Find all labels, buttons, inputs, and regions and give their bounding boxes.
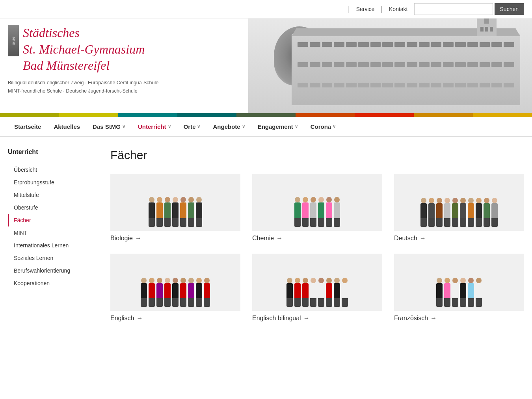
subject-label: Biologie → [110, 235, 240, 242]
color-bar-segment [236, 113, 296, 117]
nav-item-orte[interactable]: Orte ∨ [177, 117, 207, 136]
person-figure [310, 278, 316, 307]
subject-name: Englisch [110, 315, 134, 322]
person-head [326, 197, 332, 202]
person-body [436, 283, 443, 298]
person-head [429, 198, 434, 203]
person-legs [204, 298, 210, 307]
nav-item-das-stmg[interactable]: Das StMG ∨ [86, 117, 132, 136]
person-legs [468, 218, 474, 227]
subject-card-biologie[interactable]: Biologie → [110, 174, 240, 242]
subject-image [394, 254, 524, 311]
person-legs [196, 218, 202, 227]
person-figure [310, 197, 316, 227]
subject-card-chemie[interactable]: Chemie → [252, 174, 382, 242]
search-button[interactable]: Suchen [495, 3, 524, 15]
person-legs [302, 298, 309, 307]
person-body [452, 283, 458, 298]
sidebar-item-mittelstufe[interactable]: Mittelstufe [8, 189, 95, 201]
nav-item-startseite[interactable]: Startseite [8, 117, 47, 136]
subject-image [252, 174, 382, 231]
subject-card-deutsch[interactable]: Deutsch → [394, 174, 524, 242]
person-body [172, 283, 179, 298]
person-head [173, 197, 178, 202]
service-link[interactable]: Service [356, 6, 375, 12]
sidebar-item-fächer[interactable]: Fächer [8, 214, 95, 226]
sidebar-item-übersicht[interactable]: Übersicht [8, 163, 95, 176]
person-legs [444, 298, 450, 307]
person-body [420, 203, 427, 218]
sidebar-item-kooperationen[interactable]: Kooperationen [8, 277, 95, 290]
person-figure [318, 197, 324, 227]
person-legs [326, 298, 332, 307]
kontakt-link[interactable]: Kontakt [389, 6, 407, 12]
nav-item-corona[interactable]: Corona ∨ [304, 117, 342, 136]
person-body [428, 203, 435, 218]
sidebar-item-berufswahlorientierung[interactable]: Berufswahlorientierung [8, 264, 95, 277]
person-body [444, 203, 450, 218]
sidebar-item-oberstufe[interactable]: Oberstufe [8, 201, 95, 214]
subject-image [110, 254, 240, 311]
person-legs [172, 298, 179, 307]
subject-card-englisch-bilingual[interactable]: Englisch bilingual → [252, 254, 382, 322]
person-figure [196, 278, 202, 307]
color-bar-segment [355, 113, 414, 117]
nav-item-angebote[interactable]: Angebote ∨ [206, 117, 251, 136]
person-legs [294, 298, 301, 307]
person-head [180, 197, 186, 202]
person-legs [452, 298, 458, 307]
subject-name: Englisch bilingual [252, 315, 301, 322]
person-legs [318, 218, 324, 227]
subject-image [252, 254, 382, 311]
person-legs [188, 298, 194, 307]
person-legs [334, 298, 340, 307]
subject-card-französisch[interactable]: Französisch → [394, 254, 524, 322]
person-figure [436, 198, 443, 227]
subject-card-englisch[interactable]: Englisch → [110, 254, 240, 322]
subject-name: Französisch [394, 315, 428, 322]
sidebar-item-erprobungsstufe[interactable]: Erprobungsstufe [8, 176, 95, 189]
person-head [157, 197, 162, 202]
person-figure [476, 198, 482, 227]
search-input[interactable] [414, 3, 493, 15]
person-body [286, 283, 293, 298]
person-figure [326, 197, 332, 227]
sidebar-item-mint[interactable]: MINT [8, 226, 95, 239]
person-head [318, 197, 324, 202]
person-body [196, 202, 202, 218]
person-figure [180, 197, 186, 227]
person-body [334, 202, 340, 218]
sidebar-items: ÜbersichtErprobungsstufeMittelstufeObers… [8, 163, 95, 290]
person-figure [164, 197, 171, 227]
person-legs [172, 218, 179, 227]
nav-item-engagement[interactable]: Engagement ∨ [251, 117, 304, 136]
top-bar: | Service | Kontakt Suchen [0, 0, 532, 19]
color-bar-segment [0, 113, 59, 117]
person-head [149, 278, 154, 283]
person-figure [318, 278, 324, 307]
sidebar-item-soziales-lernen[interactable]: Soziales Lernen [8, 252, 95, 264]
person-head [188, 197, 194, 202]
school-name: Städtisches St. Michael-Gymnasium Bad Mü… [23, 25, 145, 74]
subject-grid: Biologie →Chemie →Deutsch →Englisch →Eng… [110, 174, 524, 322]
person-head [196, 197, 202, 202]
person-body [318, 283, 324, 298]
person-head [460, 278, 466, 283]
person-body [180, 283, 186, 298]
person-head [468, 278, 474, 283]
person-legs [156, 298, 163, 307]
person-figure [286, 278, 293, 307]
nav-item-unterricht[interactable]: Unterricht ∨ [132, 117, 177, 136]
person-figure [444, 278, 450, 307]
chevron-down-icon: ∨ [168, 124, 171, 129]
person-legs [460, 298, 466, 307]
color-bar-segment [296, 113, 355, 117]
header-image [248, 19, 532, 113]
sidebar-item-internationales-lernen[interactable]: Internationales Lernen [8, 239, 95, 252]
person-legs [149, 298, 155, 307]
person-figure [444, 198, 450, 227]
subject-label: Englisch bilingual → [252, 315, 382, 322]
person-body [460, 203, 466, 218]
person-legs [156, 218, 163, 227]
nav-item-aktuelles[interactable]: Aktuelles [47, 117, 86, 136]
